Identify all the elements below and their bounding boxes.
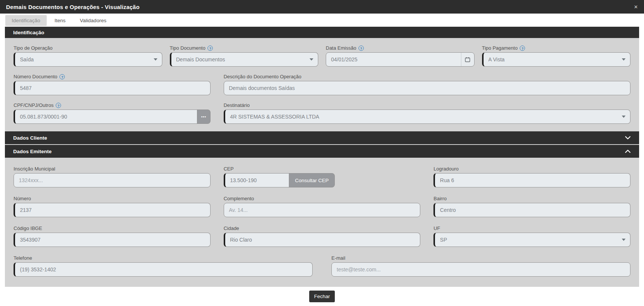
fechar-button[interactable]: Fechar [309,291,335,302]
cpf-cnpj-label: CPF/CNPJ/Outros [14,102,53,108]
field-numero: Número [14,196,211,217]
field-cidade: Cidade [224,225,421,247]
telefone-input[interactable] [14,262,313,277]
field-telefone: Telefone [14,255,313,277]
consultar-cep-button[interactable]: Consultar CEP [289,173,334,187]
bairro-input[interactable] [433,203,630,217]
field-codigo-ibge: Código IBGE [14,225,211,247]
data-emissao-input[interactable] [326,52,475,67]
logradouro-label: Logradouro [433,166,459,172]
help-icon[interactable]: ? [359,46,364,51]
field-numero-documento: Número Documento ? [14,74,211,95]
form-panel: Identificação Tipo de Operação Tipo Docu… [5,27,639,287]
field-destinatario: Destinatário [224,102,630,124]
field-logradouro: Logradouro [433,166,630,187]
tipo-operacao-label: Tipo de Operação [14,45,53,51]
inscricao-municipal-input[interactable] [14,173,211,187]
section-header-dados-cliente[interactable]: Dados Cliente [5,131,639,144]
field-cpf-cnpj: CPF/CNPJ/Outros ? ••• [14,102,211,124]
email-input[interactable] [331,262,630,277]
telefone-label: Telefone [14,255,32,261]
dados-emitente-form: Inscrição Municipal CEP Consultar CEP Lo… [5,166,639,277]
numero-input[interactable] [14,203,211,217]
help-icon[interactable]: ? [208,46,213,51]
section-header-identificacao: Identificação [5,27,639,38]
help-icon[interactable]: ? [520,46,525,51]
cep-input[interactable] [224,173,290,187]
field-email: E-mail [331,255,630,277]
field-complemento: Complemento [224,196,421,217]
field-tipo-documento: Tipo Documento ? [170,45,319,67]
section-title: Dados Cliente [13,135,47,141]
identificacao-form: Tipo de Operação Tipo Documento ? [5,45,639,124]
help-icon[interactable]: ? [60,74,65,79]
close-icon[interactable]: ✕ [634,5,638,9]
section-title: Dados Emitente [13,149,52,154]
field-bairro: Bairro [433,196,630,217]
field-cep: CEP Consultar CEP [224,166,421,187]
field-data-emissao: Data Emissão ? [326,45,475,67]
cidade-input[interactable] [224,233,421,247]
tab-itens[interactable]: Itens [48,15,72,26]
cpf-cnpj-more-button[interactable]: ••• [197,110,211,124]
cpf-cnpj-input[interactable] [14,110,197,124]
descricao-documento-input[interactable] [224,81,630,95]
data-emissao-label: Data Emissão [326,45,356,51]
uf-label: UF [433,225,440,231]
codigo-ibge-input[interactable] [14,233,211,247]
cep-label: CEP [224,166,234,172]
tipo-documento-label: Tipo Documento [170,45,206,51]
uf-select[interactable] [433,233,630,247]
logradouro-input[interactable] [433,173,630,187]
dialog-footer: Fechar [0,291,644,302]
bairro-label: Bairro [433,196,447,201]
complemento-label: Complemento [224,196,254,201]
cidade-label: Cidade [224,225,239,231]
destinatario-label: Destinatário [224,102,250,108]
field-tipo-pagamento: Tipo Pagamento ? [482,45,631,67]
codigo-ibge-label: Código IBGE [14,225,42,231]
section-header-dados-emitente[interactable]: Dados Emitente [5,145,639,158]
field-tipo-operacao: Tipo de Operação [14,45,162,67]
numero-documento-input[interactable] [14,81,211,95]
field-uf: UF [433,225,630,247]
inscricao-municipal-label: Inscrição Municipal [14,166,55,172]
help-icon[interactable]: ? [56,103,61,108]
numero-label: Número [14,196,31,201]
email-label: E-mail [331,255,345,261]
dialog-titlebar: Demais Documentos e Operações - Visualiz… [0,0,644,14]
tab-bar: Identificação Itens Validadores [0,14,644,27]
tab-validadores[interactable]: Validadores [73,15,113,26]
tipo-pagamento-select[interactable] [482,52,631,67]
chevron-down-icon[interactable] [625,136,631,140]
destinatario-select[interactable] [224,110,630,124]
numero-documento-label: Número Documento [14,74,57,79]
field-inscricao-municipal: Inscrição Municipal [14,166,211,187]
section-title: Identificação [13,30,44,35]
descricao-documento-label: Descrição do Documento Operação [224,74,302,79]
field-descricao-documento: Descrição do Documento Operação [224,74,630,95]
tab-identificacao[interactable]: Identificação [5,15,47,26]
tipo-documento-select[interactable] [170,52,319,67]
tipo-pagamento-label: Tipo Pagamento [482,45,518,51]
complemento-input[interactable] [224,203,421,217]
dialog-title: Demais Documentos e Operações - Visualiz… [6,4,140,10]
chevron-up-icon[interactable] [625,149,631,153]
tipo-operacao-select[interactable] [14,52,162,67]
calendar-icon[interactable] [461,53,474,66]
